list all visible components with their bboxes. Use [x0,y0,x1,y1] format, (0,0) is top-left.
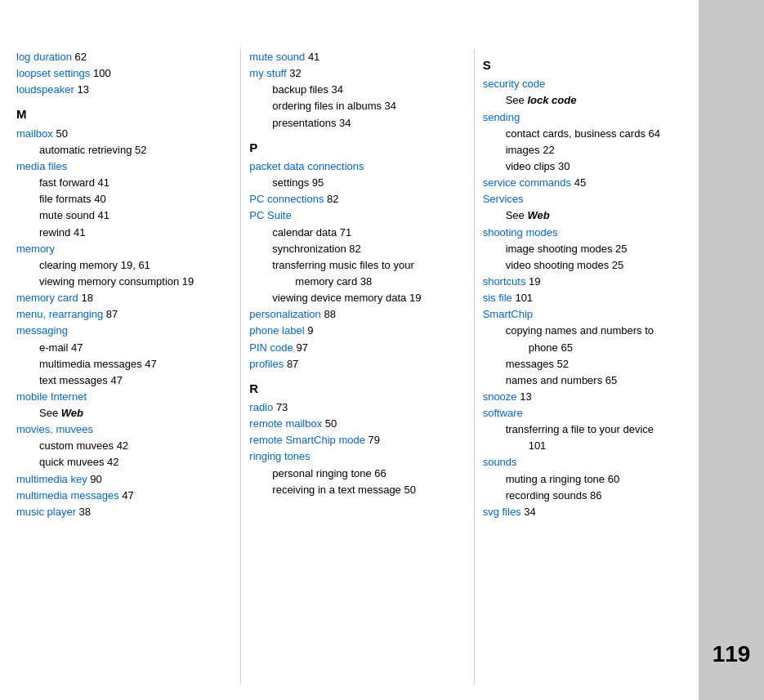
entry-link[interactable]: multimedia key [16,473,87,485]
list-item: presentations 34 [249,115,457,132]
entry-link[interactable]: mute sound [249,51,305,63]
list-item: ringing tones [249,448,457,465]
list-item: remote SmartChip mode 79 [249,432,457,448]
list-item: text messages 47 [16,372,224,389]
entry-link[interactable]: menu, rearranging [16,308,103,320]
list-item: muting a ringing tone 60 [483,471,690,488]
list-item: radio 73 [249,399,457,416]
entry-link[interactable]: sounds [483,456,517,468]
column-divider-2 [474,49,475,684]
list-item: rewind 41 [16,225,224,241]
entry-link[interactable]: security code [483,78,546,90]
entry-link[interactable]: snooze [483,390,517,403]
list-item: clearing memory 19, 61 [16,257,224,274]
list-item: multimedia messages 47 [16,488,224,504]
list-item: video clips 30 [483,158,690,175]
list-item: viewing device memory data 19 [249,290,457,306]
entry-link[interactable]: PIN code [249,341,293,354]
list-item: packet data connections [249,158,457,175]
entry-link[interactable]: movies, muvees [16,423,93,435]
entry-link[interactable]: media files [16,160,67,172]
entry-link[interactable]: loudspeaker [16,83,74,96]
entry-link[interactable]: phone label [249,324,304,337]
list-item: personalization 88 [249,306,457,323]
entry-link[interactable]: PC connections [249,193,324,205]
list-item: See Web [16,405,224,421]
entry-link[interactable]: svg files [483,506,521,518]
list-item: mobile Internet [16,389,224,405]
list-item: multimedia messages 47 [16,356,224,372]
list-item: file formats 40 [16,191,224,207]
list-item: viewing memory consumption 19 [16,274,224,290]
list-item: svg files 34 [483,504,690,520]
column-3: S security code See lock code sending co… [483,49,699,684]
entry-link[interactable]: Services [483,193,524,205]
entry-link[interactable]: music player [16,506,76,518]
list-item: images 22 [483,142,690,158]
section-letter-s: S [483,56,690,74]
list-item: mute sound 41 [16,207,224,224]
page-container: log duration 62 loopset settings 100 lou… [0,0,764,700]
list-item: video shooting modes 25 [483,257,690,274]
list-item: See Web [483,207,690,224]
list-item: loudspeaker 13 [16,82,224,98]
list-item: music player 38 [16,504,224,520]
entry-link[interactable]: packet data connections [249,160,364,172]
entry-link[interactable]: profiles [249,358,284,370]
entry-link[interactable]: mobile Internet [16,390,87,403]
list-item: transferring a file to your device [483,421,690,438]
entry-link[interactable]: PC Suite [249,209,291,221]
entry-link[interactable]: software [483,407,523,419]
entry-link[interactable]: shortcuts [483,275,526,288]
list-item: memory [16,241,224,257]
list-item: menu, rearranging 87 [16,306,224,323]
entry-link[interactable]: loopset settings [16,67,90,79]
list-item: memory card 38 [249,274,457,290]
list-item: synchronization 82 [249,241,457,257]
list-item: ordering files in albums 34 [249,98,457,114]
entry-link[interactable]: radio [249,401,273,413]
entry-link[interactable]: shooting modes [483,226,558,239]
list-item: movies, muvees [16,421,224,438]
column-1: log duration 62 loopset settings 100 lou… [16,49,232,684]
list-item: security code [483,76,690,92]
list-item: loopset settings 100 [16,65,224,82]
entry-link[interactable]: sis file [483,292,512,304]
list-item: messaging [16,323,224,339]
list-item: shooting modes [483,225,690,241]
list-item: PC Suite [249,207,457,224]
list-item: copying names and numbers to [483,323,690,339]
entry-link[interactable]: messaging [16,324,68,337]
list-item: contact cards, business cards 64 [483,126,690,142]
entry-link[interactable]: SmartChip [483,308,533,320]
list-item: Services [483,191,690,207]
list-item: sis file 101 [483,290,690,306]
list-item: service commands 45 [483,175,690,191]
list-item: snooze 13 [483,389,690,405]
list-item: messages 52 [483,356,690,372]
entry-link[interactable]: log duration [16,51,72,63]
list-item: mailbox 50 [16,126,224,142]
entry-link[interactable]: service commands [483,176,571,189]
list-item: multimedia key 90 [16,471,224,488]
entry-link[interactable]: my stuff [249,67,286,79]
list-item: names and numbers 65 [483,372,690,389]
list-item: personal ringing tone 66 [249,466,457,482]
list-item: recording sounds 86 [483,488,690,504]
content-area: log duration 62 loopset settings 100 lou… [0,0,699,700]
list-item: remote mailbox 50 [249,416,457,432]
list-item: receiving in a text message 50 [249,482,457,498]
list-item: settings 95 [249,175,457,191]
list-item: See lock code [483,92,690,109]
entry-link[interactable]: multimedia messages [16,489,119,502]
entry-link[interactable]: personalization [249,308,320,320]
entry-link[interactable]: remote mailbox [249,417,322,430]
entry-link[interactable]: memory card [16,292,78,304]
entry-link[interactable]: remote SmartChip mode [249,434,365,446]
entry-link[interactable]: sending [483,111,521,123]
entry-link[interactable]: ringing tones [249,450,310,462]
list-item: mute sound 41 [249,49,457,65]
page-number-tab: 119 [699,0,764,700]
entry-link[interactable]: memory [16,243,55,255]
entry-link[interactable]: mailbox [16,127,53,140]
